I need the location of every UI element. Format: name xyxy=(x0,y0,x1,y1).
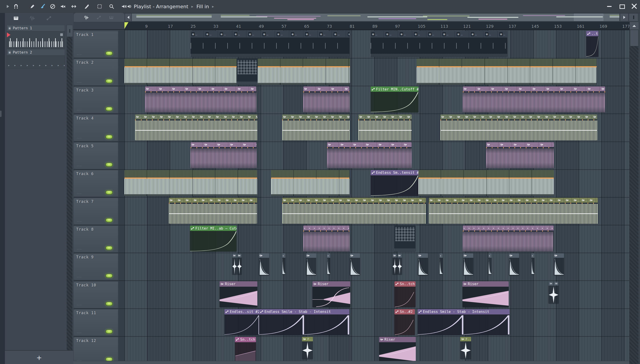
track-header[interactable]: Track 1‥‥ xyxy=(73,31,118,58)
track-options-dots[interactable]: ‥‥ xyxy=(77,330,82,334)
automation-clip[interactable]: Sn..#2 xyxy=(394,309,415,335)
timeline-ruler[interactable]: 9172533414957657381899710511312112913714… xyxy=(124,22,629,30)
track-header[interactable]: Track 8‥‥ xyxy=(73,226,118,252)
scrollbar-thumb[interactable] xyxy=(67,25,73,37)
piano-tool-icon[interactable] xyxy=(108,14,115,21)
automation-clip[interactable]: Endless Sm..tensit #3 xyxy=(371,170,418,196)
track-lane[interactable]: ‥‥‥‥‥‥‥‥‥‥‥‥‥‥‥‥‥‥‥‥‥‥‥‥‥‥‥‥‥‥‥‥‥‥‥‥‥‥‥‥… xyxy=(124,197,629,225)
audio-clip-purple[interactable]: ‥‥‥‥‥‥ xyxy=(191,142,256,168)
track-enable-led[interactable] xyxy=(106,135,113,139)
audio-clip[interactable] xyxy=(418,170,554,196)
playback-start-marker[interactable] xyxy=(124,22,128,29)
audio-clip-purple[interactable]: ▸▸▸▸▸▸▸▸▸▸▸▸▸▸▸▸ xyxy=(303,226,349,252)
pattern-clip[interactable] xyxy=(394,226,416,252)
pattern-clip[interactable]: ≡‥ xyxy=(456,31,469,38)
pattern-clip[interactable]: ≡‥ xyxy=(304,31,318,38)
pattern-clip[interactable]: ≡‥ xyxy=(276,31,289,38)
pattern-clip-strip[interactable]: ≡‥≡‥≡‥≡‥≡‥≡‥≡‥≡‥≡‥≡‥≡‥ xyxy=(371,31,507,57)
one-shot-clip[interactable] xyxy=(509,253,519,276)
paint-tool-icon[interactable] xyxy=(38,2,47,11)
close-button[interactable] xyxy=(631,3,638,10)
automation-clip[interactable]: Sn..tch xyxy=(394,281,416,307)
audio-clip[interactable] xyxy=(417,59,597,85)
draw-tool-icon[interactable] xyxy=(28,2,37,11)
audio-clip[interactable] xyxy=(124,59,237,85)
one-shot-clip[interactable] xyxy=(463,253,473,276)
minimize-button[interactable] xyxy=(606,3,613,10)
audio-clip-purple[interactable]: ‥‥‥‥‥‥‥‥‥‥‥Pe..n xyxy=(463,86,605,112)
track-lane[interactable] xyxy=(124,58,629,86)
track-header[interactable]: Track 11‥‥ xyxy=(73,309,118,336)
maximize-button[interactable] xyxy=(619,3,625,10)
breadcrumb-arrangement[interactable]: Fill in xyxy=(196,4,209,9)
overview-view-window[interactable] xyxy=(574,14,603,21)
audio-clip[interactable] xyxy=(258,59,350,85)
track-options-dots[interactable]: ‥‥ xyxy=(77,302,82,306)
audio-clip[interactable] xyxy=(271,170,349,196)
wave-tool-icon[interactable] xyxy=(83,14,90,21)
track-options-dots[interactable]: ‥‥ xyxy=(77,80,82,84)
pattern-clip[interactable]: ≡‥ xyxy=(385,31,398,38)
pattern-clip[interactable]: ≡‥ xyxy=(484,31,498,38)
track-header[interactable]: Track 12‥‥ xyxy=(73,337,118,364)
riser-clip[interactable]: Riser xyxy=(379,337,416,363)
link-tool-icon[interactable] xyxy=(95,14,103,21)
pattern-clip[interactable]: ≡‥ xyxy=(442,31,455,38)
tab-link-icon[interactable] xyxy=(44,14,53,22)
pattern-preview[interactable]: ▸ ▸ ▸ ▸ ▸ ▸ ▸ ▸ ▸ ▸ ▸ ▸ ▸ ▸ ▸ ▸ ▸ xyxy=(7,56,65,69)
track-enable-led[interactable] xyxy=(106,330,113,334)
one-shot-clip[interactable] xyxy=(392,253,397,275)
automation-clip[interactable]: Filter MI..ab – Cutoff xyxy=(190,226,237,252)
track-enable-led[interactable] xyxy=(106,302,113,306)
automation-clip-stab[interactable]: Endles..sit #2 xyxy=(224,309,259,335)
scroll-up-button[interactable] xyxy=(630,22,639,30)
track-header[interactable]: Track 9‥‥ xyxy=(73,253,118,280)
pattern-clip[interactable]: ≡‥ xyxy=(191,31,204,38)
playlist-overview-strip[interactable] xyxy=(132,13,620,21)
riser-clip[interactable]: Riser xyxy=(462,281,509,307)
panel-resize-handle[interactable] xyxy=(0,111,2,117)
one-shot-clip[interactable] xyxy=(237,253,242,275)
pattern-item[interactable]: ≡Pattern 2 xyxy=(7,49,65,56)
track-enable-led[interactable] xyxy=(106,218,113,222)
pattern-clip[interactable] xyxy=(237,59,258,85)
track-lane[interactable]: ▸▸▸▸▸ xyxy=(124,253,629,280)
pattern-clip[interactable]: ≡‥ xyxy=(233,31,246,38)
pattern-clip[interactable]: ≡‥ xyxy=(290,31,303,38)
automation-clip[interactable]: Filter MIN..Cutoff #2 xyxy=(371,86,418,112)
track-lane[interactable]: Endless Sm..tensit #3 xyxy=(124,169,629,197)
pattern-clip[interactable]: ≡‥ xyxy=(470,31,483,38)
pattern-clip[interactable]: ≡‥ xyxy=(205,31,218,38)
track-lane[interactable]: RiserRiserSn..tchRiser xyxy=(124,281,629,308)
track-header[interactable]: Track 2‥‥ xyxy=(73,59,118,86)
scroll-left-button[interactable] xyxy=(125,13,132,21)
pattern-clip[interactable]: ≡‥ xyxy=(499,31,507,38)
pattern-preview[interactable] xyxy=(7,31,65,49)
one-shot-clip[interactable]: ▸ xyxy=(282,253,285,275)
audio-clip-khaki[interactable]: ‥‥‥‥‥‥‥‥‥‥‥‥‥‥‥‥‥‥‥‥‥‥‥‥‥‥ xyxy=(440,114,597,140)
track-options-dots[interactable]: ‥‥ xyxy=(77,135,82,139)
audio-clip-purple[interactable]: ‥‥‥‥‥‥‥‥‥‥ xyxy=(145,86,256,112)
scrollbar-track[interactable] xyxy=(630,46,638,364)
one-shot-clip[interactable]: ▸ xyxy=(440,253,443,275)
automation-clip[interactable]: ..t xyxy=(586,31,598,57)
vertical-scrollbar[interactable] xyxy=(629,22,638,364)
track-lane[interactable]: Sn..tchF..RiserF.. xyxy=(124,336,629,364)
fx-hit-clip[interactable]: F.. xyxy=(302,337,313,359)
audio-clip-khaki[interactable]: ‥‥‥‥‥‥‥‥‥‥‥‥‥‥‥‥‥‥‥‥ xyxy=(135,114,257,140)
one-shot-clip[interactable]: ▸ xyxy=(327,253,330,275)
pattern-clip[interactable]: ≡‥ xyxy=(262,31,275,38)
track-options-dots[interactable]: ‥‥ xyxy=(77,52,82,56)
pattern-clip[interactable]: ≡‥ xyxy=(399,31,412,38)
track-enable-led[interactable] xyxy=(106,246,113,250)
track-options-dots[interactable]: ‥‥ xyxy=(77,246,82,250)
one-shot-clip[interactable] xyxy=(350,253,360,276)
track-header[interactable]: Track 6‥‥ xyxy=(73,170,118,197)
breadcrumb-playlist[interactable]: Playlist - Arrangement xyxy=(134,4,188,9)
track-options-dots[interactable]: ‥‥ xyxy=(77,107,82,111)
pattern-clip-strip[interactable]: ≡‥≡‥≡‥≡‥≡‥≡‥≡‥≡‥≡‥≡‥≡‥≡‥≡‥ xyxy=(191,31,350,57)
pattern-list-scroll-track[interactable] xyxy=(67,37,72,351)
slip-tool-icon[interactable] xyxy=(69,2,78,11)
slice-tool-icon[interactable] xyxy=(83,2,92,11)
track-lane[interactable]: ‥‥‥‥‥‥‥‥‥‥‥‥‥‥‥‥‥‥‥‥ xyxy=(124,142,629,169)
